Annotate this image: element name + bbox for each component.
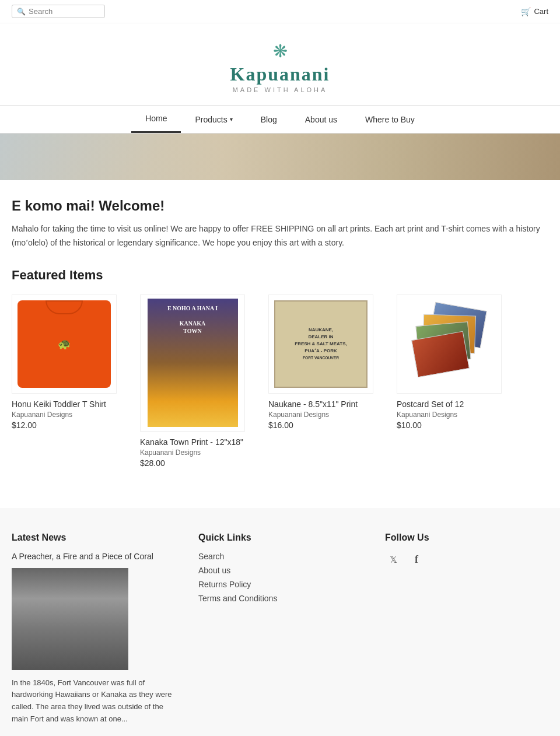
logo-tagline: Made with Aloha xyxy=(12,86,548,93)
footer: Latest News A Preacher, a Fire and a Pie… xyxy=(0,509,560,736)
main-content: E komo mai! Welcome! Mahalo for taking t… xyxy=(0,180,560,509)
nav-blog-label: Blog xyxy=(261,115,277,124)
product-name-honu: Honu Keiki Toddler T Shirt xyxy=(12,399,128,409)
logo-flower-icon: ❋ xyxy=(12,41,548,61)
product-name-naukane: Naukane - 8.5"x11" Print xyxy=(268,399,385,409)
logo-area: ❋ Kapuanani Made with Aloha xyxy=(0,23,560,105)
product-name-kanaka: Kanaka Town Print - 12"x18" xyxy=(140,437,257,447)
latest-news-heading: Latest News xyxy=(12,532,175,543)
nav-home-label: Home xyxy=(145,114,167,123)
products-dropdown-icon: ▾ xyxy=(230,116,233,122)
featured-items-heading: Featured Items xyxy=(12,268,548,283)
nav-about-label: About us xyxy=(305,115,337,124)
product-card-honu-tshirt[interactable]: 🐢 Honu Keiki Toddler T Shirt Kapuanani D… xyxy=(12,295,128,468)
nav-bar: Home Products ▾ Blog About us Where to B… xyxy=(0,105,560,134)
product-price-kanaka: $28.00 xyxy=(140,458,257,468)
quick-link-search[interactable]: Search xyxy=(198,552,362,561)
twitter-link[interactable]: 𝕏 xyxy=(385,552,401,568)
product-grid: 🐢 Honu Keiki Toddler T Shirt Kapuanani D… xyxy=(12,295,548,468)
product-vendor-honu: Kapuanani Designs xyxy=(12,411,128,419)
nav-item-about[interactable]: About us xyxy=(291,106,351,133)
nav-item-products[interactable]: Products ▾ xyxy=(181,106,246,133)
product-card-naukane[interactable]: NAUKANE,DEALER INFRESH & SALT MEATS,PUAʻ… xyxy=(268,295,385,468)
naukane-print-text: NAUKANE,DEALER INFRESH & SALT MEATS,PUAʻ… xyxy=(295,327,346,362)
product-image-kanaka: E NOHO A HANA IKANAKATOWN xyxy=(140,295,245,432)
tshirt-design-icon: 🐢 xyxy=(58,338,71,351)
facebook-icon: f xyxy=(415,553,418,566)
footer-follow-us: Follow Us 𝕏 f xyxy=(385,532,548,726)
welcome-text: Mahalo for taking the time to visit us o… xyxy=(12,222,548,250)
cart-icon: 🛒 xyxy=(521,7,531,16)
twitter-icon: 𝕏 xyxy=(390,554,397,565)
naukane-graphic: NAUKANE,DEALER INFRESH & SALT MEATS,PUAʻ… xyxy=(274,300,368,388)
top-bar: 🔍 🛒 Cart xyxy=(0,0,560,23)
product-vendor-kanaka: Kapuanani Designs xyxy=(140,448,257,457)
kanaka-print-text: E NOHO A HANA IKANAKATOWN xyxy=(150,304,235,335)
quick-link-terms[interactable]: Terms and Conditions xyxy=(198,594,362,603)
social-icons: 𝕏 f xyxy=(385,552,548,568)
quick-links-heading: Quick Links xyxy=(198,532,362,543)
quick-link-returns[interactable]: Returns Policy xyxy=(198,580,362,589)
nav-item-where-to-buy[interactable]: Where to Buy xyxy=(351,106,429,133)
search-icon: 🔍 xyxy=(17,8,26,16)
product-vendor-naukane: Kapuanani Designs xyxy=(268,411,385,419)
product-vendor-postcard: Kapuanani Designs xyxy=(397,411,513,419)
nav-where-to-buy-label: Where to Buy xyxy=(365,115,415,124)
news-image-graphic xyxy=(12,568,128,670)
nav-item-home[interactable]: Home xyxy=(131,106,181,133)
hero-banner xyxy=(0,134,560,180)
product-name-postcard: Postcard Set of 12 xyxy=(397,399,513,409)
product-card-kanaka[interactable]: E NOHO A HANA IKANAKATOWN Kanaka Town Pr… xyxy=(140,295,257,468)
kanaka-graphic: E NOHO A HANA IKANAKATOWN xyxy=(148,299,238,427)
product-price-naukane: $16.00 xyxy=(268,420,385,430)
product-image-honu: 🐢 xyxy=(12,295,117,394)
footer-inner: Latest News A Preacher, a Fire and a Pie… xyxy=(12,532,548,726)
product-price-postcard: $10.00 xyxy=(397,420,513,430)
product-image-postcard xyxy=(397,295,502,394)
product-image-naukane: NAUKANE,DEALER INFRESH & SALT MEATS,PUAʻ… xyxy=(268,295,373,394)
cart-link[interactable]: 🛒 Cart xyxy=(521,7,548,16)
news-article-text: In the 1840s, Fort Vancouver was full of… xyxy=(12,677,175,726)
nav-item-blog[interactable]: Blog xyxy=(247,106,291,133)
news-article-image[interactable] xyxy=(12,568,128,670)
quick-link-about[interactable]: About us xyxy=(198,566,362,575)
product-price-honu: $12.00 xyxy=(12,420,128,430)
logo-brand-name: Kapuanani xyxy=(12,64,548,85)
footer-quick-links: Quick Links Search About us Returns Poli… xyxy=(198,532,362,726)
search-input[interactable] xyxy=(29,7,100,16)
follow-us-heading: Follow Us xyxy=(385,532,548,543)
cart-label: Cart xyxy=(534,7,548,16)
product-card-postcard[interactable]: Postcard Set of 12 Kapuanani Designs $10… xyxy=(397,295,513,468)
welcome-heading: E komo mai! Welcome! xyxy=(12,198,548,214)
postcard-stack xyxy=(414,306,484,382)
footer-latest-news: Latest News A Preacher, a Fire and a Pie… xyxy=(12,532,175,726)
news-article-title[interactable]: A Preacher, a Fire and a Piece of Coral xyxy=(12,552,175,561)
search-form[interactable]: 🔍 xyxy=(12,5,105,18)
facebook-link[interactable]: f xyxy=(408,552,425,568)
tshirt-graphic: 🐢 xyxy=(18,300,111,388)
postcard-graphic xyxy=(402,300,496,388)
nav-products-label: Products xyxy=(195,115,227,124)
